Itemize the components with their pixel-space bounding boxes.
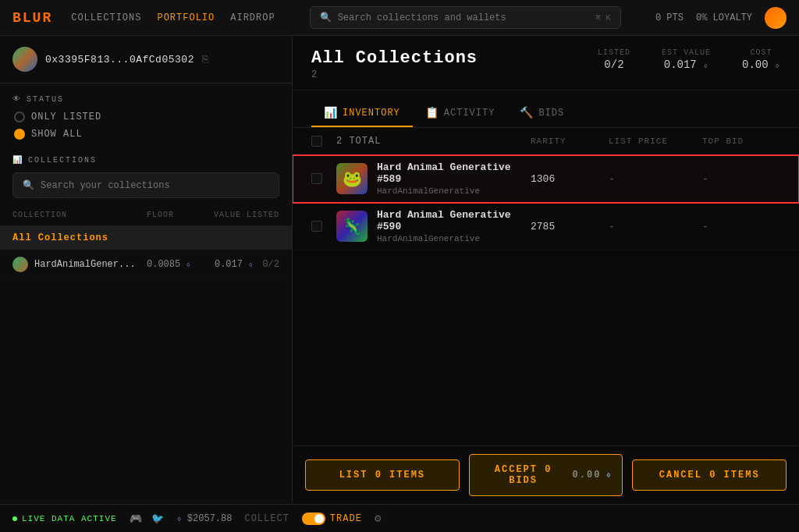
nav-links: COLLECTIONS PORTFOLIO AIRDROP <box>71 12 275 23</box>
twitter-icon[interactable]: 🐦 <box>151 512 164 525</box>
status-section: 👁 STATUS ONLY LISTED SHOW ALL <box>0 83 292 146</box>
table-header: 2 TOTAL RARITY LIST PRICE TOP BID <box>293 128 799 155</box>
list-items-button[interactable]: LIST 0 ITEMS <box>305 459 460 491</box>
row-top-bid-2: - <box>702 221 780 232</box>
nav-right: 0 PTS 0% LOYALTY <box>655 7 787 29</box>
global-search[interactable]: 🔍 ⌘ K <box>310 6 621 29</box>
status-show-all[interactable]: SHOW ALL <box>14 129 279 140</box>
nav-airdrop[interactable]: AIRDROP <box>230 12 275 23</box>
bids-icon: 🔨 <box>520 106 534 119</box>
tab-inventory[interactable]: 📊 INVENTORY <box>311 100 413 127</box>
all-collections-label: All Collections <box>12 232 108 243</box>
table-row[interactable]: 🦎 Hard Animal Generative #590 HardAnimal… <box>293 203 799 250</box>
content-title-row: All Collections 2 LISTED 0/2 EST VALUE 0… <box>311 48 780 80</box>
eth-symbol-bottom: ⬨ <box>176 513 182 524</box>
collection-icon <box>12 257 28 272</box>
nft-collection-1: HardAnimalGenerative <box>377 186 531 196</box>
col-header-value-listed: VALUE LISTED <box>209 211 279 219</box>
row-list-price-2: - <box>609 221 702 232</box>
accept-bids-button[interactable]: ACCEPT 0 BIDS 0.00 ⬨ <box>469 454 623 496</box>
top-navigation: BLUR COLLECTIONS PORTFOLIO AIRDROP 🔍 ⌘ K… <box>0 0 799 36</box>
tab-activity[interactable]: 📋 ACTIVITY <box>413 100 508 127</box>
th-top-bid: TOP BID <box>702 137 780 146</box>
stat-est-value: EST VALUE 0.017 ⬨ <box>662 48 711 71</box>
radio-show-all <box>14 129 25 140</box>
cancel-items-button[interactable]: CANCEL 0 ITEMS <box>632 459 787 491</box>
only-listed-label: ONLY LISTED <box>31 112 101 122</box>
content-header: All Collections 2 LISTED 0/2 EST VALUE 0… <box>293 36 799 90</box>
collections-list: All Collections HardAnimalGener... 0.008… <box>0 226 292 504</box>
sidebar: 0x3395F813...0AfCd05302 ⎘ 👁 STATUS ONLY … <box>0 36 293 504</box>
list-item[interactable]: HardAnimalGener... 0.0085 ⬨ 0.017 ⬨ 0/2 <box>0 250 292 279</box>
show-all-label: SHOW ALL <box>31 129 83 140</box>
trade-label: TRADE <box>330 513 362 524</box>
nft-collection-2: HardAnimalGenerative <box>377 234 531 243</box>
nft-name-2: Hard Animal Generative #590 <box>377 209 531 232</box>
live-dot <box>12 516 17 521</box>
radio-only-listed <box>14 112 25 122</box>
toggle-pill[interactable] <box>302 512 325 525</box>
eye-icon: 👁 <box>12 94 22 104</box>
settings-icon[interactable]: ⚙ <box>375 512 381 525</box>
live-indicator: LIVE DATA ACTIVE <box>12 514 117 523</box>
collections-search[interactable]: 🔍 <box>12 172 279 198</box>
bottom-bar: LIVE DATA ACTIVE 🎮 🐦 ⬨ $2057.88 COLLECT … <box>0 504 799 532</box>
collections-search-input[interactable] <box>41 180 269 191</box>
content-stats: LISTED 0/2 EST VALUE 0.017 ⬨ COST 0.00 <box>598 48 780 71</box>
collection-name: HardAnimalGener... <box>34 259 147 270</box>
col-header-floor: FLOOR <box>147 211 209 219</box>
th-list-price: LIST PRICE <box>609 137 702 146</box>
wallet-avatar <box>12 47 37 72</box>
stat-listed-label: LISTED <box>598 48 630 57</box>
collections-icon: 📊 <box>12 155 23 165</box>
nft-thumb-inner-2: 🦎 <box>336 211 368 242</box>
accept-bids-value: 0.00 <box>573 470 602 481</box>
nft-thumbnail-2: 🦎 <box>336 211 368 242</box>
search-icon: 🔍 <box>320 12 332 23</box>
nav-portfolio[interactable]: PORTFOLIO <box>157 12 215 23</box>
discord-icon[interactable]: 🎮 <box>130 512 142 525</box>
nav-collections[interactable]: COLLECTIONS <box>71 12 141 23</box>
th-total: 2 TOTAL <box>336 136 531 147</box>
row-list-price-1: - <box>609 173 702 185</box>
stat-listed-value: 0/2 <box>598 59 630 71</box>
bottom-links: 🎮 🐦 <box>130 512 164 525</box>
row-checkbox-1[interactable] <box>311 173 322 184</box>
status-options: ONLY LISTED SHOW ALL <box>12 112 279 140</box>
row-check-1 <box>311 173 336 184</box>
tab-bids[interactable]: 🔨 BIDS <box>507 100 577 127</box>
copy-icon[interactable]: ⎘ <box>202 54 208 66</box>
wallet-address: 0x3395F813...0AfCd05302 <box>45 54 194 66</box>
status-only-listed[interactable]: ONLY LISTED <box>14 112 279 122</box>
select-all-checkbox[interactable] <box>311 136 322 147</box>
row-rarity-2: 2785 <box>531 221 609 232</box>
row-checkbox-2[interactable] <box>311 221 322 232</box>
activity-icon: 📋 <box>425 106 439 119</box>
content-area: All Collections 2 LISTED 0/2 EST VALUE 0… <box>293 36 799 504</box>
eth-symbol-accept: ⬨ <box>605 470 613 481</box>
search-shortcut: ⌘ K <box>595 12 611 23</box>
trade-toggle[interactable]: TRADE <box>302 512 362 525</box>
stat-est-label: EST VALUE <box>662 48 711 57</box>
collection-floor: 0.0085 ⬨ <box>147 259 209 270</box>
collections-table-header: COLLECTION FLOOR VALUE LISTED <box>0 204 292 226</box>
col-header-collection: COLLECTION <box>12 211 147 219</box>
stat-cost-value: 0.00 ⬨ <box>742 59 780 71</box>
global-search-input[interactable] <box>338 12 589 23</box>
row-top-bid-1: - <box>702 173 780 185</box>
collection-value: 0.017 ⬨ 0/2 <box>209 259 279 270</box>
page-title: All Collections <box>311 48 478 68</box>
collection-row-all[interactable]: All Collections <box>0 226 292 250</box>
table-row[interactable]: 🐸 Hard Animal Generative #589 HardAnimal… <box>293 155 799 203</box>
eth-symbol-cost: ⬨ <box>775 61 780 70</box>
stat-listed: LISTED 0/2 <box>598 48 630 71</box>
pts-display: 0 PTS <box>655 12 684 23</box>
status-section-title: 👁 STATUS <box>12 94 279 104</box>
row-rarity-1: 1306 <box>531 173 609 185</box>
blur-logo: BLUR <box>12 10 52 26</box>
toggle-knob <box>314 514 324 523</box>
loyalty-display: 0% LOYALTY <box>696 12 752 23</box>
inventory-icon: 📊 <box>324 106 338 119</box>
avatar[interactable] <box>765 7 787 29</box>
live-label: LIVE DATA ACTIVE <box>22 514 117 523</box>
